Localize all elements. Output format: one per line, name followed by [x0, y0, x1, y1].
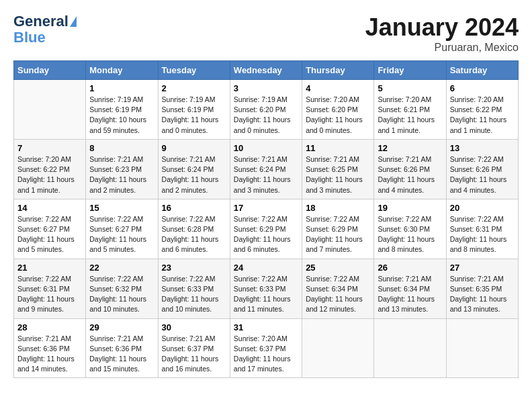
day-cell: 28Sunrise: 7:21 AMSunset: 6:36 PMDayligh…	[14, 318, 86, 378]
day-info: Sunrise: 7:22 AMSunset: 6:31 PMDaylight:…	[450, 214, 515, 255]
day-info: Sunrise: 7:22 AMSunset: 6:28 PMDaylight:…	[162, 214, 226, 255]
day-cell: 5Sunrise: 7:20 AMSunset: 6:21 PMDaylight…	[374, 80, 446, 140]
day-info: Sunrise: 7:22 AMSunset: 6:33 PMDaylight:…	[162, 274, 226, 315]
day-number: 26	[378, 263, 442, 273]
day-number: 24	[234, 263, 298, 273]
day-number: 18	[306, 203, 370, 213]
week-row-1: 1Sunrise: 7:19 AMSunset: 6:19 PMDaylight…	[14, 80, 519, 140]
calendar-header-row: SundayMondayTuesdayWednesdayThursdayFrid…	[14, 61, 519, 80]
day-cell: 6Sunrise: 7:20 AMSunset: 6:22 PMDaylight…	[446, 80, 518, 140]
day-cell: 2Sunrise: 7:19 AMSunset: 6:19 PMDaylight…	[158, 80, 230, 140]
day-number: 29	[89, 322, 154, 332]
day-cell: 31Sunrise: 7:20 AMSunset: 6:37 PMDayligh…	[230, 318, 302, 378]
logo-general: General	[13, 13, 69, 30]
day-info: Sunrise: 7:21 AMSunset: 6:37 PMDaylight:…	[162, 334, 226, 375]
day-info: Sunrise: 7:20 AMSunset: 6:20 PMDaylight:…	[306, 95, 370, 136]
day-number: 11	[306, 143, 370, 153]
day-number: 22	[89, 263, 154, 273]
day-info: Sunrise: 7:22 AMSunset: 6:27 PMDaylight:…	[17, 214, 82, 255]
header-friday: Friday	[374, 61, 446, 80]
day-number: 30	[162, 322, 226, 332]
logo-blue: Blue	[13, 30, 46, 46]
day-cell: 3Sunrise: 7:19 AMSunset: 6:20 PMDaylight…	[230, 80, 302, 140]
day-number: 7	[17, 143, 82, 153]
day-number: 19	[378, 203, 442, 213]
day-info: Sunrise: 7:21 AMSunset: 6:34 PMDaylight:…	[378, 274, 442, 315]
day-info: Sunrise: 7:21 AMSunset: 6:23 PMDaylight:…	[89, 154, 154, 195]
day-number: 28	[17, 322, 82, 332]
day-info: Sunrise: 7:19 AMSunset: 6:20 PMDaylight:…	[234, 95, 298, 136]
day-cell: 7Sunrise: 7:20 AMSunset: 6:22 PMDaylight…	[14, 139, 86, 199]
day-cell: 20Sunrise: 7:22 AMSunset: 6:31 PMDayligh…	[446, 199, 518, 259]
calendar-title: January 2024	[365, 13, 519, 42]
day-cell	[446, 318, 518, 378]
logo-triangle-icon	[70, 16, 77, 27]
day-cell	[302, 318, 374, 378]
day-cell: 30Sunrise: 7:21 AMSunset: 6:37 PMDayligh…	[158, 318, 230, 378]
day-cell: 13Sunrise: 7:22 AMSunset: 6:26 PMDayligh…	[446, 139, 518, 199]
day-number: 16	[162, 203, 226, 213]
week-row-5: 28Sunrise: 7:21 AMSunset: 6:36 PMDayligh…	[14, 318, 519, 378]
day-number: 8	[89, 143, 154, 153]
day-number: 5	[378, 83, 442, 93]
header-monday: Monday	[86, 61, 158, 80]
day-info: Sunrise: 7:21 AMSunset: 6:36 PMDaylight:…	[17, 334, 82, 375]
day-number: 31	[234, 322, 298, 332]
header-saturday: Saturday	[446, 61, 518, 80]
day-info: Sunrise: 7:22 AMSunset: 6:27 PMDaylight:…	[89, 214, 154, 255]
day-info: Sunrise: 7:22 AMSunset: 6:34 PMDaylight:…	[306, 274, 370, 315]
day-cell: 4Sunrise: 7:20 AMSunset: 6:20 PMDaylight…	[302, 80, 374, 140]
day-info: Sunrise: 7:21 AMSunset: 6:24 PMDaylight:…	[234, 154, 298, 195]
day-cell: 18Sunrise: 7:22 AMSunset: 6:29 PMDayligh…	[302, 199, 374, 259]
day-info: Sunrise: 7:20 AMSunset: 6:22 PMDaylight:…	[450, 95, 515, 136]
day-number: 9	[162, 143, 226, 153]
day-number: 10	[234, 143, 298, 153]
header-tuesday: Tuesday	[158, 61, 230, 80]
day-cell: 27Sunrise: 7:21 AMSunset: 6:35 PMDayligh…	[446, 259, 518, 318]
day-cell: 11Sunrise: 7:21 AMSunset: 6:25 PMDayligh…	[302, 139, 374, 199]
header-sunday: Sunday	[14, 61, 86, 80]
day-number: 25	[306, 263, 370, 273]
day-info: Sunrise: 7:22 AMSunset: 6:26 PMDaylight:…	[450, 154, 515, 195]
day-cell: 26Sunrise: 7:21 AMSunset: 6:34 PMDayligh…	[374, 259, 446, 318]
day-number: 12	[378, 143, 442, 153]
day-info: Sunrise: 7:21 AMSunset: 6:24 PMDaylight:…	[162, 154, 226, 195]
day-cell: 10Sunrise: 7:21 AMSunset: 6:24 PMDayligh…	[230, 139, 302, 199]
day-cell: 21Sunrise: 7:22 AMSunset: 6:31 PMDayligh…	[14, 259, 86, 318]
week-row-4: 21Sunrise: 7:22 AMSunset: 6:31 PMDayligh…	[14, 259, 519, 318]
day-cell: 12Sunrise: 7:21 AMSunset: 6:26 PMDayligh…	[374, 139, 446, 199]
day-cell: 16Sunrise: 7:22 AMSunset: 6:28 PMDayligh…	[158, 199, 230, 259]
day-cell: 14Sunrise: 7:22 AMSunset: 6:27 PMDayligh…	[14, 199, 86, 259]
day-number: 1	[89, 83, 154, 93]
day-info: Sunrise: 7:20 AMSunset: 6:22 PMDaylight:…	[17, 154, 82, 195]
day-info: Sunrise: 7:21 AMSunset: 6:35 PMDaylight:…	[450, 274, 515, 315]
day-number: 13	[450, 143, 515, 153]
day-cell: 9Sunrise: 7:21 AMSunset: 6:24 PMDaylight…	[158, 139, 230, 199]
day-info: Sunrise: 7:20 AMSunset: 6:21 PMDaylight:…	[378, 95, 442, 136]
day-cell: 15Sunrise: 7:22 AMSunset: 6:27 PMDayligh…	[86, 199, 158, 259]
day-info: Sunrise: 7:21 AMSunset: 6:25 PMDaylight:…	[306, 154, 370, 195]
day-cell	[14, 80, 86, 140]
day-number: 23	[162, 263, 226, 273]
day-info: Sunrise: 7:20 AMSunset: 6:37 PMDaylight:…	[234, 334, 298, 375]
day-number: 14	[17, 203, 82, 213]
day-info: Sunrise: 7:19 AMSunset: 6:19 PMDaylight:…	[89, 95, 154, 136]
day-cell: 29Sunrise: 7:21 AMSunset: 6:36 PMDayligh…	[86, 318, 158, 378]
day-cell: 8Sunrise: 7:21 AMSunset: 6:23 PMDaylight…	[86, 139, 158, 199]
day-cell: 23Sunrise: 7:22 AMSunset: 6:33 PMDayligh…	[158, 259, 230, 318]
logo: General Blue	[13, 13, 77, 46]
week-row-2: 7Sunrise: 7:20 AMSunset: 6:22 PMDaylight…	[14, 139, 519, 199]
day-number: 15	[89, 203, 154, 213]
day-info: Sunrise: 7:22 AMSunset: 6:33 PMDaylight:…	[234, 274, 298, 315]
day-cell: 1Sunrise: 7:19 AMSunset: 6:19 PMDaylight…	[86, 80, 158, 140]
day-cell: 25Sunrise: 7:22 AMSunset: 6:34 PMDayligh…	[302, 259, 374, 318]
day-cell	[374, 318, 446, 378]
header-thursday: Thursday	[302, 61, 374, 80]
day-cell: 24Sunrise: 7:22 AMSunset: 6:33 PMDayligh…	[230, 259, 302, 318]
day-number: 21	[17, 263, 82, 273]
day-info: Sunrise: 7:22 AMSunset: 6:30 PMDaylight:…	[378, 214, 442, 255]
day-info: Sunrise: 7:21 AMSunset: 6:36 PMDaylight:…	[89, 334, 154, 375]
day-number: 6	[450, 83, 515, 93]
day-number: 27	[450, 263, 515, 273]
day-cell: 22Sunrise: 7:22 AMSunset: 6:32 PMDayligh…	[86, 259, 158, 318]
